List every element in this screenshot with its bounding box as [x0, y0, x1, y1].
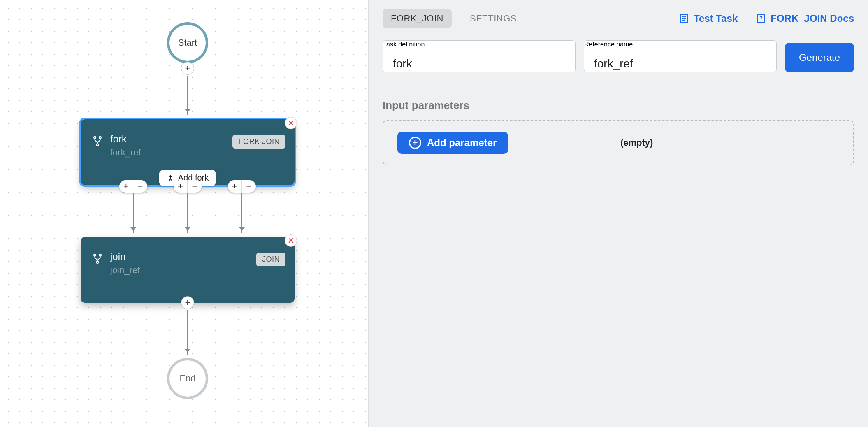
tab-settings[interactable]: SETTINGS [462, 9, 525, 28]
join-task-node[interactable]: join join_ref JOIN ✕ [81, 237, 295, 303]
generate-button[interactable]: Generate [785, 43, 854, 72]
svg-point-1 [99, 137, 101, 139]
join-ref: join_ref [110, 265, 283, 276]
branch-1-add[interactable]: + [119, 180, 133, 193]
fork-ref: fork_ref [110, 147, 283, 158]
task-definition-field: Task definition [383, 40, 576, 72]
branch-1-remove[interactable]: − [133, 180, 147, 193]
plus-circle-icon: + [409, 137, 421, 149]
tab-fork-join[interactable]: FORK_JOIN [383, 9, 452, 28]
close-icon: ✕ [288, 236, 295, 246]
branch-1-controls: + − [119, 180, 147, 193]
checklist-icon [679, 13, 689, 24]
close-icon: ✕ [288, 118, 295, 128]
svg-point-3 [94, 254, 96, 256]
add-after-start[interactable]: + [181, 62, 194, 75]
join-fork-icon [92, 253, 103, 266]
branch-3-add[interactable]: + [228, 180, 242, 193]
input-parameters-title: Input parameters [383, 99, 854, 112]
end-node[interactable]: End [167, 358, 208, 399]
svg-point-5 [97, 261, 99, 263]
delete-join-node[interactable]: ✕ [285, 234, 297, 247]
svg-point-2 [97, 144, 99, 146]
reference-name-label: Reference name [584, 41, 633, 48]
start-label: Start [178, 37, 197, 48]
parameters-empty-text: (empty) [434, 137, 839, 148]
fork-icon [92, 136, 103, 148]
svg-point-0 [94, 137, 96, 139]
test-task-link[interactable]: Test Task [679, 13, 738, 24]
edge-branch-1 [133, 193, 134, 233]
workflow-canvas[interactable]: Start + fork fork_ref FORK JOIN ✕ Add fo… [0, 0, 368, 427]
branch-3-remove[interactable]: − [242, 180, 256, 193]
properties-panel: FORK_JOIN SETTINGS Test Task FORK_JOIN D… [368, 0, 868, 427]
test-task-label: Test Task [694, 13, 738, 24]
end-label: End [179, 373, 195, 384]
input-parameters-box: + Add parameter (empty) [383, 120, 854, 165]
fork-type-badge: FORK JOIN [232, 135, 285, 149]
delete-fork-node[interactable]: ✕ [285, 117, 297, 129]
svg-point-4 [99, 254, 101, 256]
edge-branch-3 [241, 193, 242, 233]
edge-join-to-end [187, 310, 188, 355]
reference-name-field: Reference name [584, 40, 777, 72]
branch-2-add[interactable]: + [174, 180, 188, 193]
branch-icon [167, 174, 175, 182]
task-definition-label: Task definition [383, 41, 425, 48]
reference-name-input[interactable] [584, 48, 776, 79]
branch-2-remove[interactable]: − [188, 180, 202, 193]
branch-2-controls: + − [174, 180, 202, 193]
add-after-join[interactable]: + [181, 296, 194, 309]
help-doc-icon [756, 13, 766, 24]
branch-3-controls: + − [228, 180, 256, 193]
edge-start-to-fork [187, 76, 188, 115]
docs-link[interactable]: FORK_JOIN Docs [756, 13, 854, 24]
edge-branch-2 [187, 193, 188, 233]
docs-label: FORK_JOIN Docs [771, 13, 854, 24]
join-type-badge: JOIN [256, 253, 285, 266]
fork-task-node[interactable]: fork fork_ref FORK JOIN ✕ Add fork [81, 119, 295, 185]
task-definition-input[interactable] [383, 48, 575, 79]
start-node[interactable]: Start [167, 22, 208, 63]
